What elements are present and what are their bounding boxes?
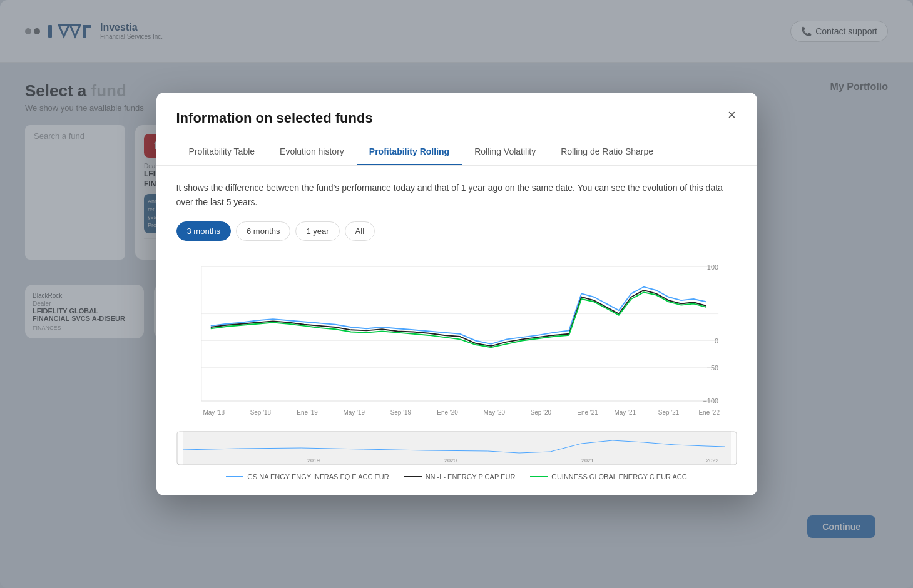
- svg-text:May '18: May '18: [203, 408, 225, 415]
- svg-text:2020: 2020: [444, 457, 457, 464]
- modal-overlay: Information on selected funds × Profitab…: [0, 0, 913, 588]
- tab-evolution-history[interactable]: Evolution history: [267, 139, 357, 165]
- chart-legend: GS NA ENGY ENGY INFRAS EQ E ACC EUR NN -…: [176, 473, 737, 480]
- svg-text:May '19: May '19: [343, 408, 365, 415]
- legend-label-guinness: GUINNESS GLOBAL ENERGY C EUR ACC: [551, 473, 686, 480]
- modal-body: It shows the difference between the fund…: [156, 166, 757, 495]
- modal: Information on selected funds × Profitab…: [156, 93, 757, 495]
- tab-profitability-table[interactable]: Profitability Table: [176, 139, 268, 165]
- modal-close-button[interactable]: ×: [722, 105, 742, 125]
- main-chart-svg: 100 0 −50 −100 May '18 Sep '18 Ene '19 M…: [176, 253, 737, 428]
- svg-text:Sep '18: Sep '18: [250, 408, 271, 415]
- mini-chart-svg: 2019 2020 2021 2022: [176, 431, 737, 465]
- legend-line-dark: [404, 476, 422, 477]
- filter-6months-button[interactable]: 6 months: [236, 221, 290, 241]
- mini-chart[interactable]: 2019 2020 2021 2022: [176, 431, 737, 465]
- svg-text:May '20: May '20: [483, 408, 505, 415]
- svg-text:2019: 2019: [307, 457, 320, 464]
- legend-label-nn: NN -L- ENERGY P CAP EUR: [426, 473, 516, 480]
- svg-text:Sep '21: Sep '21: [658, 408, 679, 415]
- svg-text:Sep '19: Sep '19: [390, 408, 411, 415]
- legend-line-blue: [226, 476, 243, 477]
- svg-rect-29: [176, 431, 183, 465]
- modal-title: Information on selected funds: [176, 110, 737, 126]
- svg-text:May '21: May '21: [614, 408, 636, 415]
- filter-1year-button[interactable]: 1 year: [295, 221, 339, 241]
- modal-description: It shows the difference between the fund…: [176, 181, 737, 209]
- svg-text:−100: −100: [703, 397, 718, 405]
- svg-text:Ene '21: Ene '21: [577, 408, 598, 415]
- legend-line-green: [530, 476, 548, 477]
- svg-text:Ene '22: Ene '22: [698, 408, 720, 415]
- svg-text:2022: 2022: [706, 457, 718, 464]
- filter-3months-button[interactable]: 3 months: [176, 221, 231, 241]
- svg-text:2021: 2021: [581, 457, 594, 464]
- svg-text:Sep '20: Sep '20: [530, 408, 551, 415]
- svg-text:0: 0: [715, 337, 718, 344]
- svg-text:−50: −50: [706, 363, 718, 371]
- tab-profitability-rolling[interactable]: Profitability Rolling: [357, 139, 462, 165]
- modal-header: Information on selected funds × Profitab…: [156, 93, 757, 166]
- svg-text:100: 100: [706, 263, 718, 270]
- svg-text:Ene '19: Ene '19: [297, 408, 318, 415]
- legend-item-guinness: GUINNESS GLOBAL ENERGY C EUR ACC: [530, 473, 686, 480]
- modal-tabs: Profitability Table Evolution history Pr…: [176, 139, 737, 165]
- legend-item-nn: NN -L- ENERGY P CAP EUR: [404, 473, 516, 480]
- legend-label-gs: GS NA ENGY ENGY INFRAS EQ E ACC EUR: [247, 473, 389, 480]
- tab-rolling-volatility[interactable]: Rolling Volatility: [462, 139, 548, 165]
- svg-text:Ene '20: Ene '20: [437, 408, 458, 415]
- filter-buttons: 3 months 6 months 1 year All: [176, 221, 737, 241]
- legend-item-gs: GS NA ENGY ENGY INFRAS EQ E ACC EUR: [226, 473, 389, 480]
- main-chart: 100 0 −50 −100 May '18 Sep '18 Ene '19 M…: [176, 253, 737, 428]
- tab-rolling-ratio-sharpe[interactable]: Rolling de Ratio Sharpe: [548, 139, 666, 165]
- filter-all-button[interactable]: All: [345, 221, 375, 241]
